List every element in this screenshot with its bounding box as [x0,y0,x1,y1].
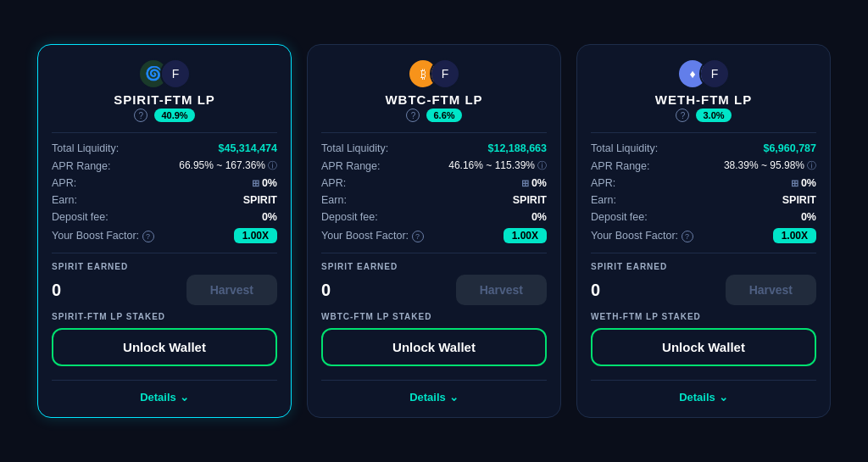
help-icon[interactable]: ? [406,109,420,122]
token-icons: ₿ F [408,58,460,89]
apr-row: APR: ⊞0% [591,175,816,192]
svg-text:🌀: 🌀 [145,65,162,81]
divider3 [52,380,277,381]
divider3 [591,380,816,381]
card-wbtc-ftm: ₿ F WBTC-FTM LP ? 6.6% Total Liquidity: … [307,44,561,418]
total-liquidity-value: $12,188,663 [487,142,547,154]
earned-value: 0 [591,281,600,300]
total-liquidity-label: Total Liquidity: [52,142,119,154]
total-liquidity-row: Total Liquidity: $12,188,663 [321,140,547,157]
apr-value: ⊞0% [791,177,816,189]
deposit-fee-row: Deposit fee: 0% [52,209,277,225]
earned-value: 0 [321,281,331,300]
apr-info-icon[interactable]: ⓘ [537,160,547,170]
badge: 6.6% [426,109,461,122]
card-title: WBTC-FTM LP [385,92,482,107]
apr-value: ⊞0% [521,177,547,189]
chevron-down-icon: ⌄ [180,391,189,404]
card-weth-ftm: ♦ F WETH-FTM LP ? 3.0% Total Liquidity: … [576,44,831,418]
card-subtitle-row: ? 6.6% [406,109,461,122]
token2-icon: F [699,58,730,89]
badge: 3.0% [696,109,731,122]
unlock-wallet-button[interactable]: Unlock Wallet [321,328,547,366]
earn-row: Earn: SPIRIT [321,192,547,209]
total-liquidity-row: Total Liquidity: $6,960,787 [591,140,816,157]
deposit-fee-row: Deposit fee: 0% [321,209,547,225]
boost-help-icon[interactable]: ? [142,231,154,242]
apr-row: APR: ⊞0% [321,175,547,192]
divider2 [52,253,277,253]
boost-label: Your Boost Factor: ? [321,230,424,242]
apr-row: APR: ⊞0% [52,175,277,192]
divider [591,132,816,133]
spirit-earned-label: SPIRIT EARNED [321,262,547,271]
earned-row: 0 Harvest [52,275,277,305]
card-subtitle-row: ? 3.0% [676,109,731,122]
staked-label: WBTC-FTM LP STAKED [321,312,547,321]
harvest-button[interactable]: Harvest [456,275,547,305]
chevron-down-icon: ⌄ [449,391,459,404]
earn-value: SPIRIT [782,194,816,206]
apr-info-icon[interactable]: ⓘ [807,160,816,170]
boost-row: Your Boost Factor: ? 1.00X [591,225,816,246]
apr-range-label: APR Range: [321,160,380,172]
deposit-fee-label: Deposit fee: [52,211,108,223]
token2-icon: F [160,58,191,89]
earn-value: SPIRIT [513,194,547,206]
earned-row: 0 Harvest [321,275,547,305]
apr-range-label: APR Range: [52,160,110,172]
card-header: ♦ F WETH-FTM LP ? 3.0% [591,58,816,122]
card-title: WETH-FTM LP [655,92,752,107]
boost-label: Your Boost Factor: ? [52,230,154,242]
apr-range-label: APR Range: [591,160,649,172]
help-icon[interactable]: ? [676,109,689,122]
divider2 [321,253,547,253]
deposit-fee-value: 0% [801,211,816,223]
earn-row: Earn: SPIRIT [591,192,816,209]
svg-text:F: F [711,67,719,81]
staked-label: SPIRIT-FTM LP STAKED [52,312,277,321]
token2-icon: F [430,58,460,89]
token-icons: 🌀 F [138,58,191,89]
svg-text:♦: ♦ [689,67,695,81]
svg-text:₿: ₿ [420,67,426,81]
unlock-wallet-button[interactable]: Unlock Wallet [591,328,816,366]
calc-icon[interactable]: ⊞ [791,178,798,188]
apr-range-value: 38.39% ~ 95.98%ⓘ [724,159,816,172]
divider3 [321,380,547,381]
divider [321,132,547,133]
total-liquidity-label: Total Liquidity: [321,142,388,154]
unlock-wallet-button[interactable]: Unlock Wallet [52,328,277,366]
earn-label: Earn: [591,194,616,206]
harvest-button[interactable]: Harvest [726,275,816,305]
total-liquidity-label: Total Liquidity: [591,142,658,154]
apr-label: APR: [321,177,346,189]
spirit-earned-label: SPIRIT EARNED [591,262,816,271]
apr-range-value: 46.16% ~ 115.39%ⓘ [448,159,547,172]
token-icons: ♦ F [677,58,730,89]
harvest-button[interactable]: Harvest [186,275,277,305]
calc-icon[interactable]: ⊞ [252,178,259,188]
divider [52,132,277,133]
calc-icon[interactable]: ⊞ [521,178,529,188]
details-link[interactable]: Details ⌄ [52,387,277,404]
staked-label: WETH-FTM LP STAKED [591,312,816,321]
card-header: ₿ F WBTC-FTM LP ? 6.6% [321,58,547,122]
apr-range-row: APR Range: 46.16% ~ 115.39%ⓘ [321,157,547,175]
details-link[interactable]: Details ⌄ [591,387,816,404]
card-header: 🌀 F SPIRIT-FTM LP ? 40.9% [52,58,277,122]
earn-row: Earn: SPIRIT [52,192,277,209]
help-icon[interactable]: ? [134,109,147,122]
total-liquidity-value: $6,960,787 [763,142,816,154]
chevron-down-icon: ⌄ [719,391,728,404]
boost-help-icon[interactable]: ? [412,231,424,242]
spirit-earned-label: SPIRIT EARNED [52,262,277,271]
apr-info-icon[interactable]: ⓘ [268,160,277,170]
boost-help-icon[interactable]: ? [682,231,693,242]
earn-label: Earn: [321,194,347,206]
details-link[interactable]: Details ⌄ [321,387,547,404]
earned-row: 0 Harvest [591,275,816,305]
card-subtitle-row: ? 40.9% [134,109,194,122]
boost-row: Your Boost Factor: ? 1.00X [321,225,547,246]
details-label: Details [140,391,176,404]
